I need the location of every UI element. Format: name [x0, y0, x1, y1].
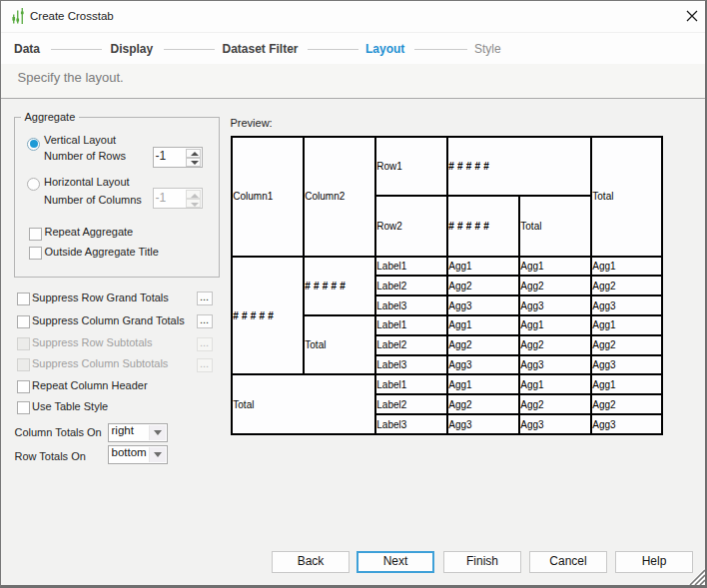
svg-text:Agg2: Agg2 — [593, 339, 617, 350]
svg-text:Label1: Label1 — [377, 319, 407, 330]
svg-text:Agg3: Agg3 — [593, 418, 617, 429]
svg-text:Agg1: Agg1 — [521, 319, 545, 330]
svg-text:Total: Total — [593, 191, 614, 202]
svg-text:Agg2: Agg2 — [449, 398, 473, 409]
svg-text:Agg1: Agg1 — [593, 378, 617, 389]
svg-text:Agg3: Agg3 — [521, 299, 545, 310]
svg-text:#####: ##### — [306, 280, 350, 291]
svg-text:Agg2: Agg2 — [449, 280, 473, 291]
svg-text:Label3: Label3 — [377, 359, 407, 370]
svg-text:Column2: Column2 — [306, 191, 346, 202]
svg-text:Agg1: Agg1 — [521, 378, 545, 389]
svg-text:Label2: Label2 — [377, 398, 407, 409]
svg-text:Agg2: Agg2 — [521, 398, 545, 409]
svg-text:Agg1: Agg1 — [593, 261, 617, 272]
svg-text:Agg2: Agg2 — [521, 280, 545, 291]
svg-text:#####: ##### — [449, 220, 493, 231]
svg-text:Total: Total — [521, 220, 542, 231]
svg-text:Agg1: Agg1 — [593, 319, 617, 330]
svg-text:Label3: Label3 — [377, 299, 407, 310]
svg-text:Label3: Label3 — [377, 418, 407, 429]
svg-text:Row2: Row2 — [377, 220, 403, 231]
svg-text:Agg3: Agg3 — [449, 359, 473, 370]
svg-text:Column1: Column1 — [234, 191, 274, 202]
svg-text:Agg3: Agg3 — [449, 299, 473, 310]
svg-text:Row1: Row1 — [377, 161, 403, 172]
svg-text:Total: Total — [306, 339, 327, 350]
svg-text:Agg1: Agg1 — [521, 261, 545, 272]
svg-text:Agg3: Agg3 — [521, 418, 545, 429]
svg-text:Agg2: Agg2 — [449, 339, 473, 350]
svg-text:Agg3: Agg3 — [449, 418, 473, 429]
svg-text:Agg2: Agg2 — [521, 339, 545, 350]
svg-text:Agg3: Agg3 — [593, 299, 617, 310]
svg-text:Total: Total — [234, 398, 255, 409]
svg-text:Agg3: Agg3 — [593, 359, 617, 370]
svg-text:Agg2: Agg2 — [593, 398, 617, 409]
svg-text:#####: ##### — [449, 161, 493, 172]
svg-text:Agg1: Agg1 — [449, 261, 473, 272]
svg-text:Agg1: Agg1 — [449, 319, 473, 330]
svg-text:Agg3: Agg3 — [521, 359, 545, 370]
svg-text:Label2: Label2 — [377, 339, 407, 350]
svg-text:Label2: Label2 — [377, 280, 407, 291]
svg-text:Agg1: Agg1 — [449, 378, 473, 389]
svg-text:Label1: Label1 — [377, 378, 407, 389]
svg-text:Agg2: Agg2 — [593, 280, 617, 291]
svg-text:Label1: Label1 — [377, 261, 407, 272]
svg-text:#####: ##### — [234, 309, 278, 320]
